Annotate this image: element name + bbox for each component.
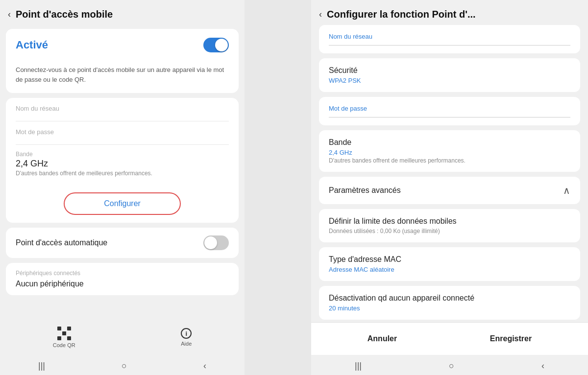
security-label: Sécurité bbox=[329, 66, 570, 75]
back-arrow-right[interactable]: ‹ bbox=[319, 9, 322, 20]
data-limit-row[interactable]: Définir la limite des données mobiles Do… bbox=[319, 209, 580, 242]
right-panel: ‹ Configurer la fonction Point d'... Nom… bbox=[311, 0, 588, 375]
info-icon: i bbox=[181, 328, 192, 339]
nav-bar-left: ||| ○ ‹ bbox=[0, 355, 245, 375]
rpassword-group: Mot de passe bbox=[319, 97, 580, 125]
rnetwork-group: Nom du réseau bbox=[319, 25, 580, 53]
save-button[interactable]: Enregistrer bbox=[470, 330, 551, 347]
rbande-note: D'autres bandes offrent de meilleures pe… bbox=[329, 157, 570, 164]
activated-card: Activé Connectez-vous à ce point d'accès… bbox=[6, 29, 239, 93]
auto-toggle-knob bbox=[204, 236, 217, 249]
nav-home-right[interactable]: ○ bbox=[449, 361, 454, 371]
rnetwork-underline bbox=[329, 45, 570, 46]
activated-label: Activé bbox=[16, 39, 48, 51]
footer-actions: Annuler Enregistrer bbox=[311, 322, 588, 355]
left-panel: ‹ Point d'accès mobile Activé Connectez-… bbox=[0, 0, 245, 375]
activated-toggle[interactable] bbox=[203, 38, 229, 52]
nav-home-left[interactable]: ○ bbox=[122, 361, 127, 371]
configurer-button[interactable]: Configurer bbox=[64, 192, 181, 215]
password-label: Mot de passe bbox=[16, 128, 229, 136]
bande-sublabel: Bande bbox=[16, 151, 229, 158]
security-group: Sécurité WPA2 PSK bbox=[319, 58, 580, 92]
left-header: ‹ Point d'accès mobile bbox=[0, 0, 245, 25]
connected-value: Aucun périphérique bbox=[16, 280, 229, 288]
aide-label: Aide bbox=[181, 341, 192, 347]
rpassword-label: Mot de passe bbox=[329, 105, 570, 112]
mac-type-row[interactable]: Type d'adresse MAC Adresse MAC aléatoire bbox=[319, 247, 580, 281]
qr-bottom-icon[interactable]: Code QR bbox=[53, 327, 75, 348]
bottom-bar-left: Code QR i Aide bbox=[0, 320, 245, 355]
security-value: WPA2 PSK bbox=[329, 77, 570, 84]
description-text: Connectez-vous à ce point d'accès mobile… bbox=[6, 61, 239, 93]
connected-sublabel: Périphériques connectés bbox=[16, 270, 229, 277]
aide-bottom-icon[interactable]: i Aide bbox=[181, 328, 192, 347]
rnetwork-label: Nom du réseau bbox=[329, 33, 570, 40]
rbande-label: Bande bbox=[329, 138, 570, 147]
auto-access-row: Point d'accès automatique bbox=[6, 228, 239, 258]
network-label: Nom du réseau bbox=[16, 105, 229, 112]
qr-label: Code QR bbox=[53, 342, 75, 348]
qr-icon bbox=[57, 327, 71, 340]
back-arrow-left[interactable]: ‹ bbox=[8, 9, 11, 20]
nav-menu-right[interactable]: ||| bbox=[355, 361, 362, 371]
deactivation-value: 20 minutes bbox=[329, 305, 570, 312]
connected-section: Périphériques connectés Aucun périphériq… bbox=[6, 263, 239, 295]
advanced-label: Paramètres avancés bbox=[329, 186, 401, 195]
mac-type-value: Adresse MAC aléatoire bbox=[329, 266, 570, 273]
right-header: ‹ Configurer la fonction Point d'... bbox=[311, 0, 588, 25]
right-title: Configurer la fonction Point d'... bbox=[327, 9, 476, 20]
activated-row: Activé bbox=[6, 29, 239, 61]
nav-menu-left[interactable]: ||| bbox=[38, 361, 45, 371]
configurer-row: Configurer bbox=[6, 185, 239, 223]
bande-section: Bande 2,4 GHz D'autres bandes offrent de… bbox=[6, 145, 239, 185]
data-limit-sub: Données utilisées : 0,00 Ko (usage illim… bbox=[329, 228, 570, 234]
advanced-row[interactable]: Paramètres avancés ∧ bbox=[319, 177, 580, 204]
bande-value: 2,4 GHz bbox=[16, 159, 229, 169]
chevron-up-icon: ∧ bbox=[563, 185, 570, 196]
nav-back-right[interactable]: ‹ bbox=[541, 361, 544, 371]
cancel-button[interactable]: Annuler bbox=[348, 330, 416, 347]
left-title: Point d'accès mobile bbox=[16, 9, 113, 20]
deactivation-label: Désactivation qd aucun appareil connecté bbox=[329, 294, 570, 303]
bande-note: D'autres bandes offrent de meilleures pe… bbox=[16, 170, 229, 177]
data-limit-label: Définir la limite des données mobiles bbox=[329, 217, 570, 226]
nav-bar-right: ||| ○ ‹ bbox=[311, 355, 588, 375]
rbande-group: Bande 2,4 GHz D'autres bandes offrent de… bbox=[319, 130, 580, 172]
rpassword-underline bbox=[329, 117, 570, 117]
mac-type-label: Type d'adresse MAC bbox=[329, 255, 570, 264]
right-content: Nom du réseau Sécurité WPA2 PSK Mot de p… bbox=[311, 25, 588, 322]
auto-access-toggle[interactable] bbox=[203, 235, 229, 250]
password-field-row: Mot de passe bbox=[6, 121, 239, 144]
toggle-knob bbox=[215, 39, 228, 51]
nav-back-left[interactable]: ‹ bbox=[203, 361, 206, 371]
auto-access-label: Point d'accès automatique bbox=[16, 238, 107, 247]
network-field-row: Nom du réseau bbox=[6, 98, 239, 121]
main-settings-card: Nom du réseau Mot de passe Bande 2,4 GHz… bbox=[6, 98, 239, 223]
spacer bbox=[245, 0, 277, 375]
left-content: Activé Connectez-vous à ce point d'accès… bbox=[0, 25, 245, 320]
deactivation-row[interactable]: Désactivation qd aucun appareil connecté… bbox=[319, 286, 580, 320]
rbande-value: 2,4 GHz bbox=[329, 149, 570, 156]
